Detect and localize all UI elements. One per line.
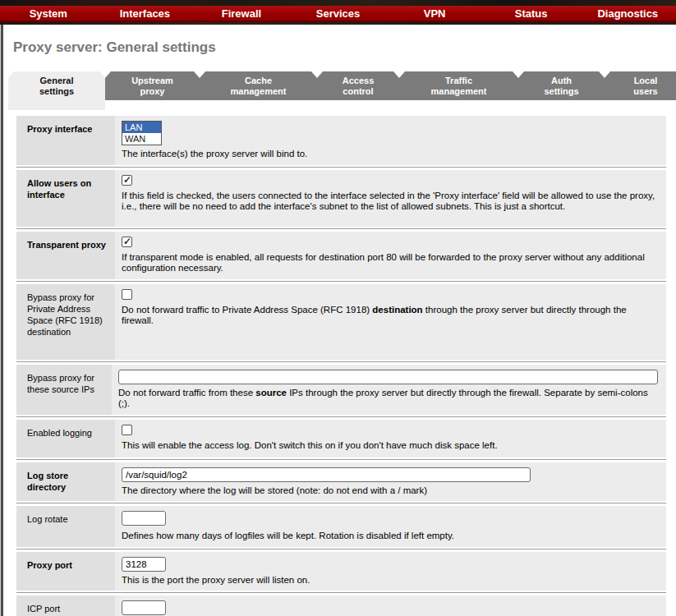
proxy-interface-listbox[interactable]: LAN WAN — [122, 121, 162, 145]
field-label: Log rotate — [16, 506, 115, 547]
row-separator — [16, 360, 666, 365]
row-separator — [16, 279, 666, 284]
row-separator — [16, 547, 666, 552]
description-bold-word: source — [255, 388, 287, 398]
tab-label-line: settings — [518, 86, 605, 97]
log-rotate-input[interactable] — [122, 511, 166, 526]
row-separator — [16, 415, 666, 420]
enabled-logging-checkbox[interactable] — [122, 425, 132, 435]
tab-label-line: Cache — [200, 76, 317, 86]
field-label: ICP port — [16, 595, 115, 616]
proxy-port-input[interactable] — [122, 557, 166, 572]
bypass-rfc1918-checkbox[interactable] — [122, 289, 132, 300]
tab-local-users[interactable]: Local users — [605, 71, 676, 100]
proxy-settings-screen: System Interfaces Firewall Services VPN … — [0, 0, 676, 616]
description-text: Do not forward traffic to Private Addres… — [122, 305, 372, 315]
row-separator — [16, 165, 666, 170]
field-content: LAN WAN The interface(s) the proxy serve… — [115, 116, 666, 165]
menu-item-status[interactable]: Status — [483, 7, 580, 20]
menu-item-interfaces[interactable]: Interfaces — [97, 7, 194, 20]
field-label: Proxy interface — [16, 116, 115, 165]
tab-upstream-proxy[interactable]: Upstream proxy — [105, 71, 200, 100]
form-row-proxy-port: Proxy port This is the port the proxy se… — [16, 552, 666, 591]
page-left-border — [0, 25, 3, 616]
field-content: This will enable the access log. Don't s… — [115, 420, 666, 457]
tab-label-line: Traffic — [399, 76, 518, 86]
row-separator — [16, 591, 666, 595]
field-label: Bypass proxy for these source IPs — [16, 365, 112, 415]
field-content: Do not forward traffic from these source… — [112, 365, 666, 415]
field-content: Defines how many days of logfiles will b… — [115, 506, 666, 547]
field-content: The directory where the log will be stor… — [115, 462, 666, 502]
row-separator — [16, 457, 666, 462]
field-description: Do not forward traffic from these source… — [118, 388, 658, 410]
tab-label-line: Upstream — [105, 76, 200, 86]
field-label: Log store directory — [16, 462, 115, 502]
row-separator — [16, 501, 666, 506]
form-row-enabled-logging: Enabled logging This will enable the acc… — [16, 420, 666, 457]
main-menu-bar: System Interfaces Firewall Services VPN … — [0, 6, 676, 22]
tab-label-line: management — [399, 86, 518, 97]
form-row-icp-port: ICP port This is the port the Proxy Serv… — [16, 595, 666, 616]
tab-traffic-management[interactable]: Traffic management — [399, 71, 518, 100]
field-label: Enabled logging — [16, 420, 115, 457]
tab-cache-management[interactable]: Cache management — [200, 71, 317, 100]
tab-bar: General settings Upstream proxy Cache ma… — [8, 71, 676, 110]
description-text: Do not forward traffic from these — [118, 388, 255, 398]
menu-item-firewall[interactable]: Firewall — [193, 7, 290, 20]
field-content: Do not forward traffic to Private Addres… — [115, 284, 666, 360]
menu-item-services[interactable]: Services — [290, 7, 387, 20]
tab-label-line: proxy — [105, 86, 200, 97]
field-content: If transparent mode is enabled, all requ… — [115, 232, 666, 279]
field-label: Bypass proxy for Private Address Space (… — [16, 284, 115, 360]
form-row-proxy-interface: Proxy interface LAN WAN The interface(s)… — [16, 116, 666, 165]
form-row-transparent-proxy: Transparent proxy If transparent mode is… — [16, 232, 666, 279]
bypass-source-ips-input[interactable] — [118, 370, 658, 384]
allow-users-checkbox[interactable] — [122, 175, 132, 186]
field-description: Defines how many days of logfiles will b… — [122, 531, 658, 542]
tab-label-line: users — [605, 86, 676, 97]
field-content: This is the port the proxy server will l… — [115, 552, 666, 591]
tab-label-line: Local — [605, 76, 676, 86]
listbox-option-lan[interactable]: LAN — [122, 122, 161, 133]
general-settings-form: Proxy interface LAN WAN The interface(s)… — [16, 116, 666, 616]
field-label: Proxy port — [16, 552, 115, 591]
log-store-directory-input[interactable] — [122, 467, 531, 482]
field-label: Allow users on interface — [16, 170, 115, 227]
tab-label-line: Access — [317, 76, 399, 86]
field-description: Do not forward traffic to Private Addres… — [122, 305, 658, 327]
tab-label-line: General — [8, 76, 105, 86]
row-separator — [16, 227, 666, 232]
form-row-allow-users: Allow users on interface If this field i… — [16, 170, 666, 227]
tab-label-line: Auth — [518, 76, 605, 86]
field-label: Transparent proxy — [16, 232, 115, 279]
menu-item-diagnostics[interactable]: Diagnostics — [579, 7, 676, 20]
field-content: If this field is checked, the users conn… — [115, 170, 666, 227]
form-row-bypass-source-ips: Bypass proxy for these source IPs Do not… — [16, 365, 666, 415]
field-description: This will enable the access log. Don't s… — [122, 440, 658, 452]
field-content: This is the port the Proxy Server will s… — [115, 595, 666, 616]
field-description: The directory where the log will be stor… — [122, 485, 658, 497]
menu-item-system[interactable]: System — [0, 7, 97, 20]
field-description: If transparent mode is enabled, all requ… — [122, 252, 658, 274]
description-bold-word: destination — [372, 305, 422, 315]
form-row-log-store-directory: Log store directory The directory where … — [16, 462, 666, 502]
icp-port-input[interactable] — [122, 600, 166, 615]
transparent-proxy-checkbox[interactable] — [122, 237, 132, 247]
listbox-option-wan[interactable]: WAN — [122, 133, 161, 145]
tab-label-line: control — [317, 86, 399, 97]
field-description: The interface(s) the proxy server will b… — [122, 149, 658, 160]
tab-label-line: management — [200, 86, 317, 97]
tab-access-control[interactable]: Access control — [317, 71, 399, 100]
form-row-bypass-rfc1918: Bypass proxy for Private Address Space (… — [16, 284, 666, 360]
field-description: This is the port the proxy server will l… — [122, 575, 658, 586]
menu-item-vpn[interactable]: VPN — [386, 7, 483, 20]
tab-auth-settings[interactable]: Auth settings — [518, 71, 605, 100]
tab-label-line: settings — [8, 86, 105, 97]
field-description: If this field is checked, the users conn… — [122, 191, 658, 213]
page-title: Proxy server: General settings — [13, 39, 676, 56]
tab-general-settings[interactable]: General settings — [8, 71, 105, 110]
header-banner-strip — [0, 22, 676, 25]
form-row-log-rotate: Log rotate Defines how many days of logf… — [16, 506, 666, 547]
header-banner-image — [0, 0, 676, 6]
